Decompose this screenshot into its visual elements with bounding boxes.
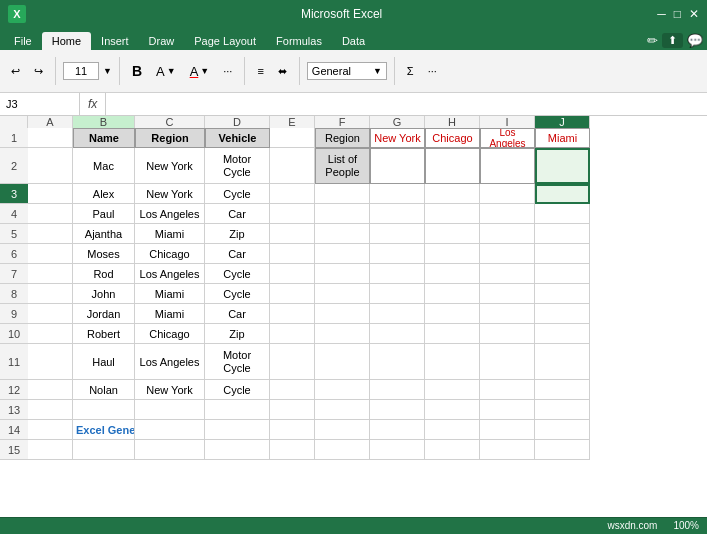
cell-e2[interactable] — [270, 148, 315, 184]
tab-draw[interactable]: Draw — [139, 32, 185, 50]
col-header-j[interactable]: J — [535, 116, 590, 128]
tab-formulas[interactable]: Formulas — [266, 32, 332, 50]
cell-b12[interactable]: Nolan — [73, 380, 135, 400]
cell-f4[interactable] — [315, 204, 370, 224]
cell-a15[interactable] — [28, 440, 73, 460]
more-tools-button[interactable]: ··· — [423, 62, 442, 80]
cell-i2[interactable] — [480, 148, 535, 184]
cell-f12[interactable] — [315, 380, 370, 400]
cell-h1[interactable]: Chicago — [425, 128, 480, 148]
cell-f8[interactable] — [315, 284, 370, 304]
cell-e6[interactable] — [270, 244, 315, 264]
cell-e14[interactable] — [270, 420, 315, 440]
col-header-f[interactable]: F — [315, 116, 370, 128]
cell-f10[interactable] — [315, 324, 370, 344]
cell-c7[interactable]: Los Angeles — [135, 264, 205, 284]
cell-c10[interactable]: Chicago — [135, 324, 205, 344]
more-button[interactable]: ··· — [218, 62, 237, 80]
cell-e5[interactable] — [270, 224, 315, 244]
cell-b15[interactable] — [73, 440, 135, 460]
tab-page-layout[interactable]: Page Layout — [184, 32, 266, 50]
cell-j15[interactable] — [535, 440, 590, 460]
cell-f6[interactable] — [315, 244, 370, 264]
cell-h11[interactable] — [425, 344, 480, 380]
cell-g5[interactable] — [370, 224, 425, 244]
row-header-7[interactable]: 7 — [0, 264, 28, 284]
cell-a9[interactable] — [28, 304, 73, 324]
col-header-e[interactable]: E — [270, 116, 315, 128]
cell-c8[interactable]: Miami — [135, 284, 205, 304]
cell-c9[interactable]: Miami — [135, 304, 205, 324]
font-color-button[interactable]: A▼ — [185, 61, 215, 82]
cell-i9[interactable] — [480, 304, 535, 324]
indent-button[interactable]: ⬌ — [273, 62, 292, 81]
cell-j11[interactable] — [535, 344, 590, 380]
cell-f15[interactable] — [315, 440, 370, 460]
cell-c3[interactable]: New York — [135, 184, 205, 204]
cell-d14[interactable] — [205, 420, 270, 440]
tab-data[interactable]: Data — [332, 32, 375, 50]
cell-b7[interactable]: Rod — [73, 264, 135, 284]
cell-g9[interactable] — [370, 304, 425, 324]
cell-h8[interactable] — [425, 284, 480, 304]
cell-h9[interactable] — [425, 304, 480, 324]
cell-i5[interactable] — [480, 224, 535, 244]
cell-a13[interactable] — [28, 400, 73, 420]
cell-i10[interactable] — [480, 324, 535, 344]
cell-f11[interactable] — [315, 344, 370, 380]
row-header-13[interactable]: 13 — [0, 400, 28, 420]
font-size-dropdown-icon[interactable]: ▼ — [103, 66, 112, 76]
cell-d15[interactable] — [205, 440, 270, 460]
cell-f9[interactable] — [315, 304, 370, 324]
cell-e10[interactable] — [270, 324, 315, 344]
sum-button[interactable]: Σ — [402, 62, 419, 80]
col-header-d[interactable]: D — [205, 116, 270, 128]
cell-i13[interactable] — [480, 400, 535, 420]
cell-i8[interactable] — [480, 284, 535, 304]
row-header-4[interactable]: 4 — [0, 204, 28, 224]
cell-g1[interactable]: New York — [370, 128, 425, 148]
cell-d6[interactable]: Car — [205, 244, 270, 264]
cell-e3[interactable] — [270, 184, 315, 204]
col-header-g[interactable]: G — [370, 116, 425, 128]
cell-a4[interactable] — [28, 204, 73, 224]
cell-f14[interactable] — [315, 420, 370, 440]
row-header-10[interactable]: 10 — [0, 324, 28, 344]
cell-g12[interactable] — [370, 380, 425, 400]
cell-e9[interactable] — [270, 304, 315, 324]
cell-i7[interactable] — [480, 264, 535, 284]
cell-g13[interactable] — [370, 400, 425, 420]
cell-h10[interactable] — [425, 324, 480, 344]
cell-g3[interactable] — [370, 184, 425, 204]
cell-d4[interactable]: Car — [205, 204, 270, 224]
cell-d10[interactable]: Zip — [205, 324, 270, 344]
cell-b9[interactable]: Jordan — [73, 304, 135, 324]
cell-a10[interactable] — [28, 324, 73, 344]
cell-h12[interactable] — [425, 380, 480, 400]
formula-input[interactable] — [106, 93, 707, 115]
cell-c14[interactable] — [135, 420, 205, 440]
cell-d2[interactable]: MotorCycle — [205, 148, 270, 184]
cell-b5[interactable]: Ajantha — [73, 224, 135, 244]
cell-g7[interactable] — [370, 264, 425, 284]
cell-j6[interactable] — [535, 244, 590, 264]
bold-button[interactable]: B — [127, 60, 147, 82]
cell-g15[interactable] — [370, 440, 425, 460]
cell-d3[interactable]: Cycle — [205, 184, 270, 204]
cell-j8[interactable] — [535, 284, 590, 304]
cell-a5[interactable] — [28, 224, 73, 244]
cell-d5[interactable]: Zip — [205, 224, 270, 244]
cell-a11[interactable] — [28, 344, 73, 380]
cell-h7[interactable] — [425, 264, 480, 284]
highlight-button[interactable]: A▼ — [151, 61, 181, 82]
cell-c4[interactable]: Los Angeles — [135, 204, 205, 224]
cell-j1[interactable]: Miami — [535, 128, 590, 148]
cell-f3[interactable] — [315, 184, 370, 204]
cell-a12[interactable] — [28, 380, 73, 400]
cell-f7[interactable] — [315, 264, 370, 284]
row-header-1[interactable]: 1 — [0, 128, 28, 148]
redo-button[interactable]: ↪ — [29, 62, 48, 81]
cell-a6[interactable] — [28, 244, 73, 264]
row-header-9[interactable]: 9 — [0, 304, 28, 324]
cell-a3[interactable] — [28, 184, 73, 204]
